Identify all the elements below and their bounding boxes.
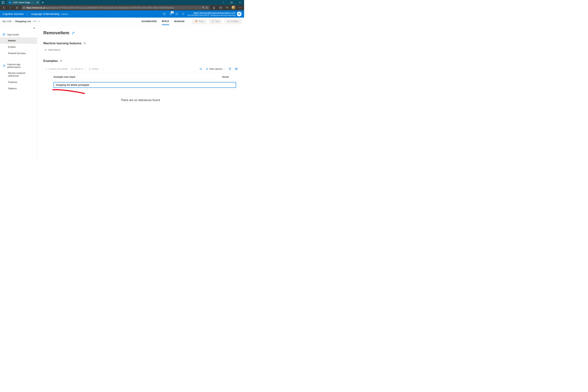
crumb-root[interactable]: My LUIS [2, 20, 12, 23]
svg-point-17 [241, 8, 242, 8]
feedback-icon[interactable] [175, 12, 178, 16]
tab-actions-icon[interactable] [0, 0, 6, 5]
version-label[interactable]: V0.1 [33, 20, 37, 22]
sidebar-item-prebuilt[interactable]: Prebuilt Domains [0, 50, 37, 56]
filter-icon[interactable] [229, 68, 231, 70]
help-icon[interactable]: ? [83, 42, 86, 45]
tab-build[interactable]: BUILD [162, 18, 169, 25]
view-options-button[interactable]: View options [206, 68, 225, 70]
svg-point-15 [239, 8, 239, 8]
more-options-button[interactable] [102, 68, 104, 69]
svg-point-32 [4, 65, 4, 65]
profile-button[interactable] [231, 5, 236, 10]
tab-dashboard[interactable]: DASHBOARD [141, 18, 157, 25]
svg-line-6 [204, 8, 204, 8]
move-icon [71, 68, 73, 70]
page-title: RemoveItem [43, 30, 69, 36]
window-maximize-button[interactable] [228, 0, 236, 5]
address-bar[interactable]: https://www.luis.ai/applications/e7763af… [22, 6, 210, 10]
sidebar-head-improve[interactable]: Improve app performance [0, 62, 37, 70]
crumb-app[interactable]: Shopping List [15, 20, 31, 23]
url-text: https://www.luis.ai/applications/e7763af… [26, 6, 201, 9]
move-to-button[interactable]: Move to [71, 68, 85, 70]
svg-point-40 [104, 68, 104, 69]
tab-favicon-icon: ● [9, 1, 11, 4]
subbrand-block[interactable]: Language Understanding - westus [31, 12, 68, 16]
lock-icon [23, 6, 25, 9]
svg-rect-28 [3, 34, 4, 34]
refresh-button[interactable] [14, 5, 20, 10]
sidebar-item-intents[interactable]: Intents [0, 38, 37, 44]
test-button[interactable]: Test [209, 19, 222, 24]
col-input: Example user input [54, 76, 214, 78]
mention-icon[interactable] [235, 68, 238, 70]
favorite-icon[interactable] [206, 6, 208, 9]
example-input[interactable] [54, 82, 236, 88]
window-minimize-button[interactable] [219, 0, 228, 5]
publish-button[interactable]: Publish [224, 19, 242, 24]
command-bar: My LUIS / Shopping List V0.1 DASHBOARD B… [0, 18, 244, 25]
tab-manage[interactable]: MANAGE [174, 18, 185, 25]
svg-rect-27 [229, 21, 230, 22]
list-icon [206, 68, 208, 70]
favorites-button[interactable] [211, 5, 217, 10]
delete-button[interactable]: Delete [88, 68, 99, 70]
svg-point-21 [176, 14, 176, 14]
chevron-down-icon [224, 68, 225, 70]
more-icon [102, 68, 104, 69]
examples-toolbar: Confirm all entities Move to Delete View… [43, 66, 238, 72]
zoom-icon[interactable] [202, 6, 204, 9]
sidebar-item-features[interactable]: Features [0, 79, 37, 85]
browser-toolbar: https://www.luis.ai/applications/e7763af… [0, 5, 244, 10]
sidebar-item-review[interactable]: Review endpoint utterances [0, 70, 37, 79]
browser-titlebar: ● LUIS: Intent Page: RemoveItem [0, 0, 244, 5]
more-button[interactable] [237, 5, 243, 10]
user-block[interactable]: Malte.Reimann@studentambassadors.com AUT… [188, 12, 242, 16]
app-header: Cognitive Services | Language Understand… [0, 10, 244, 18]
examples-headers: Example user input Score [43, 74, 238, 80]
main-content: RemoveItem Machine learning features ? A… [37, 25, 244, 162]
sidebar-item-patterns[interactable]: Patterns [0, 85, 37, 92]
trash-icon [88, 68, 91, 70]
collections-button[interactable] [218, 5, 224, 10]
user-resource: AUTHORING RESOURCE: shopping-list-bot-lu… [188, 14, 236, 16]
chevron-down-icon [84, 68, 85, 70]
empty-message: There are no utterances found. [43, 98, 238, 102]
forward-button[interactable] [8, 5, 14, 10]
settings-icon[interactable] [182, 12, 184, 16]
svg-point-46 [235, 68, 238, 70]
svg-point-39 [103, 68, 104, 69]
brand-label[interactable]: Cognitive Services [2, 12, 24, 16]
check-icon [45, 68, 47, 70]
browser-tab[interactable]: ● LUIS: Intent Page: RemoveItem [7, 0, 40, 5]
svg-rect-4 [24, 8, 25, 8]
window-close-button[interactable] [236, 0, 244, 5]
notifications-icon[interactable]: 34 [169, 12, 172, 16]
tab-close-icon[interactable] [36, 1, 39, 4]
breadcrumb: My LUIS / Shopping List V0.1 [2, 20, 40, 23]
edit-icon[interactable] [72, 32, 75, 34]
sidebar-head-assets[interactable]: App Assets [0, 32, 37, 38]
svg-point-25 [196, 20, 197, 21]
user-email: Malte.Reimann@studentambassadors.com [188, 12, 236, 14]
back-button[interactable] [1, 5, 7, 10]
add-feature-button[interactable]: Add feature [44, 48, 238, 51]
svg-line-42 [201, 69, 202, 70]
user-avatar: MR [237, 12, 242, 16]
assets-icon [3, 34, 6, 36]
search-icon[interactable] [200, 68, 202, 70]
extensions-button[interactable] [224, 5, 230, 10]
svg-point-14 [227, 8, 228, 8]
confirm-entities-button[interactable]: Confirm all entities [45, 68, 68, 70]
col-score: Score [214, 76, 236, 78]
new-tab-button[interactable] [40, 0, 45, 5]
sidebar-item-entities[interactable]: Entities [0, 44, 37, 50]
sidebar: App Assets Intents Entities Prebuilt Dom… [0, 25, 37, 162]
help-icon[interactable]: ? [60, 60, 62, 62]
chevron-down-icon[interactable] [38, 20, 40, 22]
subbrand-label: Language Understanding [31, 12, 59, 16]
train-button[interactable]: Train [192, 19, 206, 24]
help-icon[interactable] [163, 12, 166, 16]
notification-badge: 34 [171, 11, 174, 14]
collapse-sidebar-icon[interactable] [33, 27, 35, 29]
